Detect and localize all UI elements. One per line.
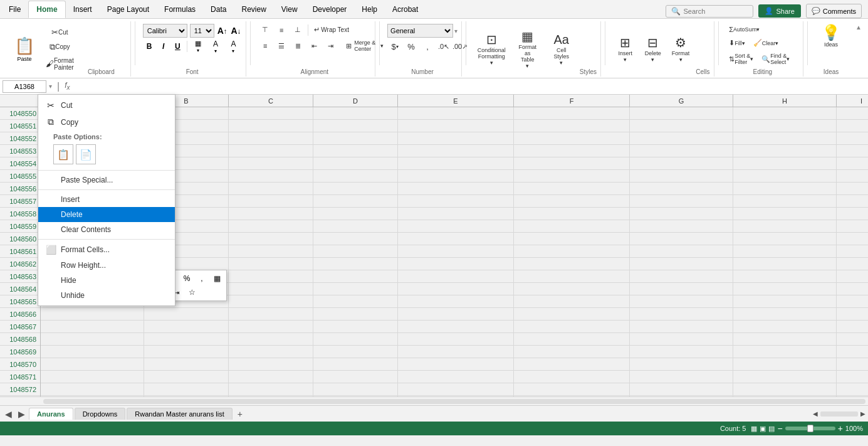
cm-paste-btn-1[interactable]: 📋: [53, 144, 73, 164]
cell-F1048563[interactable]: [514, 270, 630, 282]
cell-A1048573[interactable]: [41, 396, 144, 396]
cell-B1048567[interactable]: [144, 321, 229, 332]
cell-G1048550[interactable]: [630, 107, 733, 119]
cm-unhide[interactable]: Unhide: [38, 288, 175, 303]
cell-C1048566[interactable]: [229, 308, 313, 320]
cell-D1048562[interactable]: [313, 258, 398, 270]
align-middle-button[interactable]: ≡: [274, 24, 289, 36]
cell-A1048571[interactable]: [41, 371, 144, 383]
cell-B1048569[interactable]: [144, 346, 229, 358]
row-number-1048551[interactable]: 1048551: [0, 120, 40, 132]
comments-button[interactable]: 💬 Comments: [806, 4, 862, 18]
cell-E1048564[interactable]: [398, 283, 514, 295]
add-sheet-button[interactable]: +: [234, 408, 246, 420]
cell-C1048562[interactable]: [229, 258, 313, 270]
cell-C1048565[interactable]: [229, 295, 313, 307]
percent-button[interactable]: %: [404, 40, 419, 53]
cell-D1048550[interactable]: [313, 107, 398, 119]
cell-C1048571[interactable]: [229, 371, 313, 383]
cell-I1048557[interactable]: [837, 195, 868, 207]
cell-I1048560[interactable]: [837, 233, 868, 245]
cell-F1048559[interactable]: [514, 220, 630, 232]
cell-D1048567[interactable]: [313, 321, 398, 332]
cell-C1048563[interactable]: [229, 270, 313, 282]
cell-H1048563[interactable]: [733, 270, 837, 282]
cell-H1048570[interactable]: [733, 358, 837, 370]
font-size-select[interactable]: 11: [190, 24, 214, 38]
cell-G1048569[interactable]: [630, 346, 733, 358]
cell-C1048560[interactable]: [229, 233, 313, 245]
format-button[interactable]: ⚙ Format ▾: [668, 33, 694, 65]
format-as-table-button[interactable]: ▦ Format asTable ▾: [512, 26, 543, 72]
cell-C1048559[interactable]: [229, 220, 313, 232]
row-number-1048557[interactable]: 1048557: [0, 195, 40, 208]
cell-G1048560[interactable]: [630, 233, 733, 245]
tab-acrobat[interactable]: Acrobat: [385, 1, 426, 18]
cell-E1048566[interactable]: [398, 308, 514, 320]
cell-I1048551[interactable]: [837, 120, 868, 132]
sheet-nav-right-button[interactable]: ▶: [16, 409, 28, 419]
cell-E1048551[interactable]: [398, 120, 514, 132]
decrease-decimal-button[interactable]: .0↖: [436, 41, 451, 53]
cell-C1048556[interactable]: [229, 183, 313, 194]
cell-B1048573[interactable]: [144, 396, 229, 396]
cm-row-height[interactable]: Row Height...: [38, 258, 175, 273]
cell-C1048554[interactable]: [229, 157, 313, 169]
cell-H1048550[interactable]: [733, 107, 837, 119]
cm-clear-contents[interactable]: Clear Contents: [38, 222, 175, 237]
col-header-e[interactable]: E: [398, 95, 514, 107]
ideas-button[interactable]: 💡 Ideas: [815, 21, 847, 50]
cell-I1048566[interactable]: [837, 308, 868, 320]
cell-H1048565[interactable]: [733, 295, 837, 307]
cell-I1048561[interactable]: [837, 245, 868, 257]
cell-C1048553[interactable]: [229, 145, 313, 157]
cell-E1048567[interactable]: [398, 321, 514, 332]
cell-C1048564[interactable]: [229, 283, 313, 295]
number-format-select[interactable]: General: [387, 24, 453, 38]
sheet-tab-rwandan[interactable]: Rwandan Master anurans list: [127, 408, 232, 420]
scroll-left-indicator[interactable]: ◀: [813, 410, 818, 417]
align-right-button[interactable]: ≣: [290, 40, 305, 52]
cell-F1048569[interactable]: [514, 346, 630, 358]
zoom-slider-thumb[interactable]: [807, 425, 813, 432]
cell-G1048557[interactable]: [630, 195, 733, 207]
sort-filter-button[interactable]: ⇅ Sort &Filter ▾: [726, 51, 756, 67]
cell-H1048557[interactable]: [733, 195, 837, 207]
cm-cut[interactable]: ✂ Cut: [38, 97, 175, 114]
tab-home[interactable]: Home: [28, 1, 65, 18]
cell-F1048561[interactable]: [514, 245, 630, 257]
cell-E1048557[interactable]: [398, 195, 514, 207]
cell-G1048570[interactable]: [630, 358, 733, 370]
fill-button[interactable]: ⬇ Fill ▾: [726, 37, 748, 49]
fill-color-button[interactable]: A ▾: [207, 40, 224, 53]
cell-I1048573[interactable]: [837, 396, 868, 396]
formula-input[interactable]: [73, 80, 866, 93]
increase-font-button[interactable]: A↑: [217, 24, 228, 38]
cell-C1048557[interactable]: [229, 195, 313, 207]
cell-I1048571[interactable]: [837, 371, 868, 383]
zoom-in-button[interactable]: +: [838, 423, 843, 433]
page-view-button[interactable]: ▤: [768, 425, 775, 433]
cell-F1048566[interactable]: [514, 308, 630, 320]
cell-F1048551[interactable]: [514, 120, 630, 132]
cell-H1048566[interactable]: [733, 308, 837, 320]
cell-H1048573[interactable]: [733, 396, 837, 396]
cell-I1048565[interactable]: [837, 295, 868, 307]
cell-G1048561[interactable]: [630, 245, 733, 257]
row-number-1048572[interactable]: 1048572: [0, 383, 40, 396]
tab-view[interactable]: View: [274, 1, 305, 18]
cell-F1048571[interactable]: [514, 371, 630, 383]
cell-F1048568[interactable]: [514, 333, 630, 345]
align-left-button[interactable]: ≡: [258, 40, 273, 51]
share-button[interactable]: 👤 Share: [758, 4, 800, 18]
paste-button[interactable]: 📋 Paste: [9, 33, 40, 65]
row-number-1048569[interactable]: 1048569: [0, 346, 40, 358]
search-input[interactable]: [683, 8, 746, 15]
cell-F1048552[interactable]: [514, 132, 630, 144]
cell-H1048559[interactable]: [733, 220, 837, 232]
cell-B1048571[interactable]: [144, 371, 229, 383]
cell-D1048556[interactable]: [313, 183, 398, 194]
cell-H1048553[interactable]: [733, 145, 837, 157]
cell-G1048562[interactable]: [630, 258, 733, 270]
cell-H1048568[interactable]: [733, 333, 837, 345]
